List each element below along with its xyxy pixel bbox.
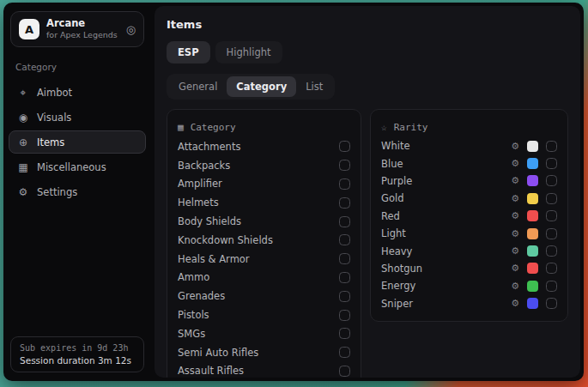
category-label: Heals & Armor (178, 253, 250, 265)
rarity-row: Heavy ⚙ (381, 242, 557, 259)
color-swatch[interactable] (527, 193, 538, 204)
gear-icon[interactable]: ⚙ (511, 263, 519, 274)
checkbox[interactable] (339, 347, 350, 358)
sidebar: A Arcane for Apex Legends ◎ Category ⌖ A… (3, 3, 151, 381)
checkbox[interactable] (339, 141, 350, 152)
checkbox[interactable] (546, 245, 557, 257)
color-swatch[interactable] (527, 228, 538, 239)
sidebar-item-aimbot[interactable]: ⌖ Aimbot (9, 81, 146, 104)
rarity-label: Light (381, 227, 406, 239)
category-row: Attachments (178, 137, 350, 156)
color-swatch[interactable] (527, 281, 538, 292)
rarity-label: Red (381, 210, 400, 222)
gear-icon[interactable]: ⚙ (511, 281, 519, 292)
category-label: Grenades (178, 290, 225, 302)
sidebar-item-label: Aimbot (37, 87, 72, 99)
rarity-label: Heavy (381, 245, 412, 257)
rarity-list: White ⚙ Blue ⚙ (381, 137, 557, 312)
category-row: SMGs (178, 324, 350, 343)
category-row: Backpacks (178, 156, 350, 175)
rarity-row: Blue ⚙ (381, 154, 557, 172)
category-row: Amplifier (178, 175, 350, 194)
checkbox[interactable] (339, 253, 350, 264)
checkbox[interactable] (339, 178, 350, 190)
rarity-row: Red ⚙ (381, 208, 557, 225)
checkbox[interactable] (546, 158, 557, 169)
tab-category[interactable]: Category (227, 76, 296, 97)
rarity-label: Sniper (381, 298, 413, 310)
checkbox[interactable] (339, 160, 350, 171)
color-swatch[interactable] (527, 245, 538, 257)
category-label: Backpacks (178, 160, 230, 172)
gear-icon[interactable]: ⚙ (511, 141, 519, 152)
category-label: SMGs (178, 328, 205, 340)
sidebar-item-settings[interactable]: ⚙ Settings (9, 180, 146, 203)
checkbox[interactable] (546, 281, 557, 292)
checkbox[interactable] (339, 310, 350, 321)
sub-expires-text: Sub expires in 9d 23h (20, 343, 135, 353)
color-swatch[interactable] (527, 175, 538, 186)
rarity-row: Gold ⚙ (381, 190, 557, 207)
rarity-row: White ⚙ (381, 137, 557, 154)
grid-icon: ▦ (178, 122, 184, 133)
crosshair-icon: ⌖ (17, 87, 29, 99)
gear-icon: ⚙ (17, 186, 29, 198)
checkbox[interactable] (339, 366, 350, 377)
checkbox[interactable] (339, 234, 350, 245)
checkbox[interactable] (339, 291, 350, 302)
rarity-row: Sniper ⚙ (381, 295, 557, 312)
sidebar-item-label: Items (37, 136, 64, 148)
category-row: Knockdown Shields (178, 231, 350, 250)
checkbox[interactable] (546, 193, 557, 204)
gear-icon[interactable]: ⚙ (511, 228, 519, 239)
category-row: Grenades (178, 287, 350, 305)
sidebar-item-miscellaneous[interactable]: ▦ Miscellaneous (9, 155, 146, 178)
tab-general[interactable]: General (169, 76, 227, 97)
category-label: Knockdown Shields (178, 234, 273, 246)
gear-icon[interactable]: ⚙ (511, 193, 519, 204)
gear-icon[interactable]: ⚙ (511, 245, 519, 257)
color-swatch[interactable] (527, 158, 538, 169)
mode-chip-group: ESP Highlight (167, 41, 568, 63)
color-swatch[interactable] (527, 141, 538, 152)
checkbox[interactable] (546, 263, 557, 274)
chip-highlight[interactable]: Highlight (215, 41, 282, 63)
color-swatch[interactable] (527, 263, 538, 274)
gear-icon[interactable]: ⚙ (511, 210, 519, 221)
category-card: ▦ Category Attachments Backpacks (167, 109, 361, 378)
category-label: Pistols (178, 309, 209, 321)
grid-icon: ▦ (17, 161, 29, 173)
target-settings-icon[interactable]: ◎ (126, 23, 136, 36)
checkbox[interactable] (339, 272, 350, 283)
rarity-row: Purple ⚙ (381, 172, 557, 190)
checkbox[interactable] (339, 328, 350, 339)
color-swatch[interactable] (527, 210, 538, 221)
color-swatch[interactable] (527, 298, 538, 309)
gear-icon[interactable]: ⚙ (511, 158, 519, 169)
rarity-row: Light ⚙ (381, 225, 557, 242)
eye-icon: ◉ (17, 112, 29, 124)
category-label: Attachments (178, 141, 240, 153)
checkbox[interactable] (546, 175, 557, 186)
rarity-row: Energy ⚙ (381, 277, 557, 294)
category-row: Body Shields (178, 212, 350, 231)
chip-esp[interactable]: ESP (167, 41, 210, 63)
checkbox[interactable] (546, 298, 557, 309)
gear-icon[interactable]: ⚙ (511, 298, 519, 309)
tab-bar: General Category List (167, 74, 335, 100)
page-title: Items (167, 18, 568, 31)
checkbox[interactable] (546, 210, 557, 221)
checkbox[interactable] (339, 216, 350, 227)
sidebar-item-visuals[interactable]: ◉ Visuals (9, 106, 146, 129)
category-card-title: Category (191, 122, 236, 133)
tab-list[interactable]: List (296, 76, 332, 97)
session-duration-text: Session duration 3m 12s (20, 355, 135, 366)
checkbox[interactable] (546, 228, 557, 239)
gear-icon[interactable]: ⚙ (511, 175, 519, 186)
loot-box-icon: ⊕ (17, 136, 29, 148)
checkbox[interactable] (339, 197, 350, 209)
category-label: Body Shields (178, 215, 241, 227)
rarity-card: ☆ Rarity White ⚙ (370, 109, 568, 322)
sidebar-item-items[interactable]: ⊕ Items (9, 130, 146, 154)
checkbox[interactable] (546, 141, 557, 152)
